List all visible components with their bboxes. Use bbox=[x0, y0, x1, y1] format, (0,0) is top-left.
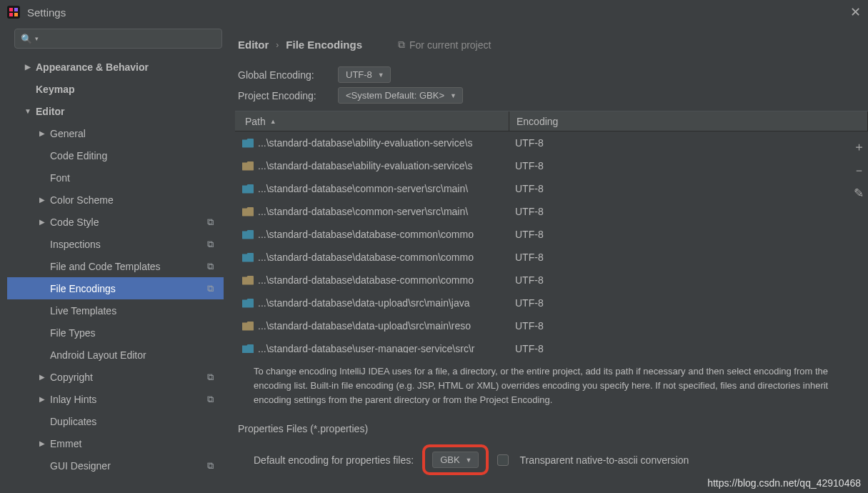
sidebar-item[interactable]: Keymap bbox=[7, 78, 224, 100]
sidebar-item[interactable]: Font bbox=[7, 166, 224, 189]
breadcrumb-leaf: File Encodings bbox=[286, 39, 362, 51]
settings-tree: ▶Appearance & BehaviorKeymap▼Editor▶Gene… bbox=[7, 56, 224, 477]
path-text: ...\standard-database\user-manager-servi… bbox=[258, 343, 474, 353]
cell-encoding: UTF-8 bbox=[509, 274, 868, 286]
table-row[interactable]: ...\standard-database\database-common\co… bbox=[235, 246, 868, 269]
folder-icon bbox=[242, 299, 254, 308]
table-row[interactable]: ...\standard-database\data-upload\src\ma… bbox=[235, 292, 868, 314]
sidebar-item[interactable]: ▶Code Style bbox=[7, 211, 224, 233]
tree-arrow-icon: ▶ bbox=[37, 129, 47, 137]
copy-icon bbox=[207, 460, 214, 472]
tree-arrow-icon: ▶ bbox=[37, 218, 47, 226]
tree-arrow-icon: ▼ bbox=[23, 107, 33, 115]
table-row[interactable]: ...\standard-database\data-upload\src\ma… bbox=[235, 314, 868, 337]
table-row[interactable]: ...\standard-database\ability-evaluation… bbox=[235, 154, 868, 177]
global-encoding-row: Global Encoding: UTF-8 ▼ bbox=[238, 66, 865, 83]
sidebar-item-label: Appearance & Behavior bbox=[36, 61, 149, 73]
sidebar-item-label: File Types bbox=[50, 327, 96, 339]
sidebar-item[interactable]: File Encodings bbox=[7, 277, 224, 299]
sidebar-item[interactable]: Code Editing bbox=[7, 144, 224, 166]
sidebar-item[interactable]: ▶Inlay Hints bbox=[7, 388, 224, 410]
sidebar-item[interactable]: File and Code Templates bbox=[7, 255, 224, 277]
folder-icon bbox=[242, 344, 254, 354]
sidebar-item-label: File and Code Templates bbox=[50, 261, 161, 272]
sidebar-item[interactable]: GUI Designer bbox=[7, 454, 224, 477]
transparent-ascii-label: Transparent native-to-ascii conversion bbox=[520, 454, 689, 466]
cell-path: ...\standard-database\data-upload\src\ma… bbox=[235, 320, 509, 332]
sidebar-item[interactable]: Inspections bbox=[7, 233, 224, 255]
table-row[interactable]: ...\standard-database\user-manager-servi… bbox=[235, 337, 868, 353]
default-prop-encoding-dropdown[interactable]: GBK ▼ bbox=[432, 452, 478, 468]
path-text: ...\standard-database\common-server\src\… bbox=[258, 206, 468, 217]
project-encoding-dropdown[interactable]: <System Default: GBK> ▼ bbox=[338, 87, 463, 104]
app-logo-icon bbox=[7, 6, 20, 19]
column-encoding[interactable]: Encoding bbox=[509, 111, 868, 131]
encoding-table: Path ▲ Encoding ...\standard-database\ab… bbox=[235, 111, 868, 353]
svg-rect-0 bbox=[7, 6, 20, 19]
sidebar-item-label: General bbox=[50, 128, 86, 139]
sidebar-item[interactable]: ▶Color Scheme bbox=[7, 189, 224, 211]
path-text: ...\standard-database\data-upload\src\ma… bbox=[258, 297, 470, 309]
sidebar-item-label: Color Scheme bbox=[50, 194, 114, 206]
folder-icon bbox=[242, 139, 254, 148]
transparent-ascii-checkbox[interactable] bbox=[497, 454, 509, 466]
search-input[interactable]: 🔍 ▾ bbox=[14, 29, 222, 49]
tree-arrow-icon: ▶ bbox=[37, 439, 47, 447]
cell-encoding: UTF-8 bbox=[509, 252, 868, 263]
column-path[interactable]: Path ▲ bbox=[235, 111, 509, 131]
sidebar-item-label: Copyright bbox=[50, 372, 93, 383]
sidebar-item-label: Font bbox=[50, 172, 70, 184]
sidebar-item-label: Inspections bbox=[50, 239, 101, 250]
copy-icon bbox=[207, 216, 214, 228]
cell-path: ...\standard-database\ability-evaluation… bbox=[235, 137, 509, 149]
table-row[interactable]: ...\standard-database\database-common\co… bbox=[235, 269, 868, 292]
project-encoding-label: Project Encoding: bbox=[238, 90, 338, 101]
edit-button[interactable]: ✎ bbox=[854, 186, 864, 201]
default-prop-encoding-value: GBK bbox=[440, 454, 459, 465]
path-text: ...\standard-database\data-upload\src\ma… bbox=[258, 320, 471, 332]
table-row[interactable]: ...\standard-database\database-common\co… bbox=[235, 223, 868, 246]
tree-arrow-icon: ▶ bbox=[37, 395, 47, 403]
sidebar-item[interactable]: Live Templates bbox=[7, 299, 224, 322]
add-button[interactable]: ＋ bbox=[853, 139, 865, 155]
folder-icon bbox=[242, 184, 254, 194]
cell-path: ...\standard-database\user-manager-servi… bbox=[235, 343, 509, 353]
path-text: ...\standard-database\database-common\co… bbox=[258, 274, 474, 286]
sidebar-item[interactable]: ▶Emmet bbox=[7, 432, 224, 454]
global-encoding-label: Global Encoding: bbox=[238, 69, 338, 81]
close-icon[interactable]: ✕ bbox=[850, 4, 861, 20]
folder-icon bbox=[242, 161, 254, 171]
sidebar-item[interactable]: Android Layout Editor bbox=[7, 344, 224, 366]
table-row[interactable]: ...\standard-database\common-server\src\… bbox=[235, 177, 868, 200]
path-text: ...\standard-database\ability-evaluation… bbox=[258, 160, 472, 171]
watermark: https://blog.csdn.net/qq_42910468 bbox=[707, 477, 861, 489]
copy-icon bbox=[207, 239, 214, 250]
cell-encoding: UTF-8 bbox=[509, 320, 868, 332]
tree-arrow-icon: ▶ bbox=[37, 196, 47, 204]
copy-icon bbox=[398, 39, 405, 51]
sidebar-item[interactable]: ▶Copyright bbox=[7, 366, 224, 388]
cell-path: ...\standard-database\database-common\co… bbox=[235, 274, 509, 286]
sidebar-item[interactable]: ▶General bbox=[7, 122, 224, 144]
global-encoding-dropdown[interactable]: UTF-8 ▼ bbox=[338, 66, 391, 83]
sidebar-item-label: GUI Designer bbox=[50, 460, 111, 472]
sidebar-item[interactable]: File Types bbox=[7, 322, 224, 344]
sidebar-item[interactable]: Duplicates bbox=[7, 410, 224, 432]
remove-button[interactable]: － bbox=[853, 162, 865, 179]
tree-arrow-icon: ▶ bbox=[37, 373, 47, 381]
default-prop-encoding-label: Default encoding for properties files: bbox=[254, 454, 414, 466]
cell-path: ...\standard-database\common-server\src\… bbox=[235, 183, 509, 194]
sidebar-item[interactable]: ▶Appearance & Behavior bbox=[7, 56, 224, 78]
folder-icon bbox=[242, 322, 254, 331]
main-area: 🔍 ▾ ▶Appearance & BehaviorKeymap▼Editor▶… bbox=[0, 24, 868, 493]
scope-indicator: For current project bbox=[398, 39, 491, 51]
sidebar-item-label: Duplicates bbox=[50, 416, 96, 427]
global-encoding-value: UTF-8 bbox=[346, 69, 372, 80]
cell-encoding: UTF-8 bbox=[509, 160, 868, 171]
table-row[interactable]: ...\standard-database\ability-evaluation… bbox=[235, 131, 868, 154]
help-text: To change encoding IntelliJ IDEA uses fo… bbox=[235, 353, 868, 414]
sidebar-item[interactable]: ▼Editor bbox=[7, 100, 224, 122]
table-row[interactable]: ...\standard-database\common-server\src\… bbox=[235, 200, 868, 223]
cell-encoding: UTF-8 bbox=[509, 343, 868, 353]
caret-down-icon: ▼ bbox=[450, 92, 457, 99]
